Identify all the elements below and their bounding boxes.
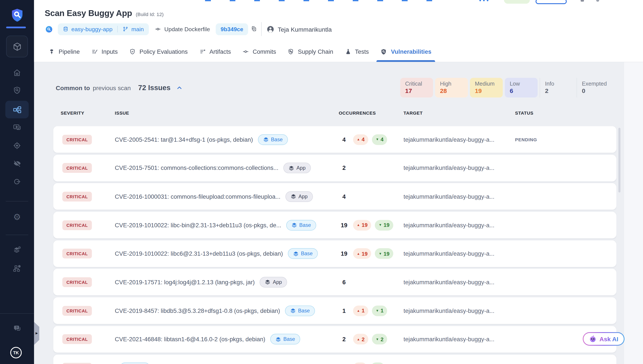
vulnerability-row[interactable]: CRITICALBase▲▼ <box>53 354 616 364</box>
vulnerability-row[interactable]: CRITICALCVE-2019-1010022: libc6@2.31-13+… <box>53 240 616 267</box>
target-text: tejakummarikuntla/easy-buggy-a... <box>403 136 515 143</box>
arrow-down-icon: ▼ <box>376 138 379 141</box>
down-count: 4 <box>380 136 383 142</box>
scope-badge-label: App <box>273 279 282 285</box>
severity-badge: CRITICAL <box>62 220 92 230</box>
column-header-occurrences: OCCURRENCES <box>339 110 403 116</box>
issue-cve-text: CVE-2019-17571: log4j:log4j@1.2.13 (lang… <box>115 279 255 285</box>
commit-message: Update Dockerfile <box>164 26 210 32</box>
vulnerability-row[interactable]: CRITICALCVE-2019-17571: log4j:log4j@1.2.… <box>53 269 616 296</box>
severity-badge: CRITICAL <box>62 192 92 201</box>
arrow-up-icon: ▲ <box>357 337 360 341</box>
vulnerability-rows: CRITICALCVE-2005-2541: tar@1.34+dfsg-1 (… <box>53 126 616 364</box>
layers-icon <box>290 308 296 314</box>
arrow-up-icon: ▲ <box>357 138 360 141</box>
table-header-row: SEVERITYISSUEOCCURRENCESTARGETSTATUS <box>53 110 616 116</box>
app-logo[interactable] <box>0 8 34 22</box>
tab-commits[interactable]: Commits <box>242 42 276 62</box>
tab-policy-evaluations[interactable]: Policy Evaluations <box>129 42 188 62</box>
resolved-occurrences-pill: ▼4 <box>372 134 387 145</box>
commit-icon <box>154 26 161 32</box>
sidebar-item-settings[interactable]: ⚙ <box>13 208 21 225</box>
tab-pipeline[interactable]: Pipeline <box>48 42 80 62</box>
severity-card-low[interactable]: Low6 <box>505 78 538 98</box>
tab-inputs[interactable]: Inputs <box>91 42 118 62</box>
severity-card-info[interactable]: Info2 <box>540 78 575 98</box>
tab-vulnerabilities[interactable]: Vulnerabilities <box>380 42 431 62</box>
severity-card-label: Critical <box>405 80 433 87</box>
sidebar-item-scans[interactable] <box>13 83 22 99</box>
sidebar-item-integration-settings[interactable] <box>13 261 22 277</box>
severity-card-value: 6 <box>510 87 538 94</box>
layers-icon <box>276 336 281 342</box>
summary-bar: Common to previous scan 72 Issues Critic… <box>56 78 611 98</box>
tab-tests[interactable]: Tests <box>345 42 369 62</box>
tab-artifacts[interactable]: Artifacts <box>199 42 231 62</box>
sidebar-item-product[interactable] <box>6 36 28 57</box>
ask-ai-label: Ask AI <box>599 336 618 342</box>
scope-badge-base: Base <box>288 248 318 259</box>
up-count: 19 <box>362 250 367 256</box>
user-avatar[interactable]: TK <box>10 347 22 358</box>
severity-card-high[interactable]: High28 <box>435 78 468 98</box>
sidebar-item-help[interactable]: ? <box>13 321 22 337</box>
severity-card-critical[interactable]: Critical17 <box>400 78 433 98</box>
sidebar-item-pipelines[interactable] <box>6 101 29 118</box>
database-icon <box>63 26 68 32</box>
sidebar-item-layer-settings[interactable] <box>13 242 22 259</box>
power-icon <box>13 178 22 186</box>
severity-card-value: 19 <box>475 87 503 94</box>
build-id: (Build Id: 12) <box>136 12 164 17</box>
sidebar-item-sessions[interactable] <box>13 174 22 190</box>
vulnerability-row[interactable]: CRITICALCVE-2015-7501: commons-collectio… <box>53 155 616 181</box>
commit-hash[interactable]: 9b349ce <box>216 23 248 35</box>
scope-badge-base: Base <box>286 220 316 230</box>
vulnerability-row[interactable]: CRITICALCVE-2005-2541: tar@1.34+dfsg-1 (… <box>53 126 616 153</box>
copy-icon <box>251 25 257 32</box>
ask-ai-button[interactable]: Ask AI <box>583 332 624 346</box>
scope-badge-label: Base <box>298 308 310 314</box>
resolved-occurrences-pill: ▼19 <box>375 220 393 230</box>
occurrences-count: 2 <box>339 336 349 342</box>
layers-icon <box>263 137 269 142</box>
sidebar-item-home[interactable] <box>13 65 22 82</box>
down-count: 19 <box>383 250 389 256</box>
vulnerability-row[interactable]: CRITICALCVE-2019-8457: libdb5.3@5.3.28+d… <box>53 298 616 324</box>
top-cutoff-icon[interactable] <box>581 0 584 2</box>
scope-badge-label: App <box>297 165 306 171</box>
top-cutoff-icon[interactable] <box>596 0 599 2</box>
issues-group-toggle[interactable]: Common to previous scan 72 Issues <box>56 84 182 92</box>
tab-supply-chain[interactable]: Supply Chain <box>288 42 333 62</box>
target-text: tejakummarikuntla/easy-buggy-a... <box>403 165 515 171</box>
sidebar-divider <box>6 201 28 202</box>
chevron-up-icon[interactable] <box>176 84 182 90</box>
sidebar-item-hidden-findings[interactable] <box>13 156 22 172</box>
occurrences-count: 6 <box>339 279 349 285</box>
inputs-filter-icon <box>91 48 98 55</box>
commit-icon <box>242 48 249 55</box>
scrollbar-thumb[interactable] <box>618 128 620 192</box>
branch-link[interactable]: main <box>131 26 144 32</box>
sidebar-item-runs[interactable] <box>13 120 22 136</box>
new-occurrences-pill: ▲2 <box>353 334 368 344</box>
issue-cve-text: CVE-2019-1010022: libc6@2.31-13+deb11u3 … <box>115 250 283 257</box>
sidebar-item-targets[interactable] <box>13 138 22 154</box>
scope-badge-app: App <box>283 163 311 173</box>
scope-badge-label: Base <box>271 136 283 142</box>
severity-cards: Critical17High28Medium19Low6Info2Exempte… <box>400 78 611 98</box>
vulnerability-row[interactable]: CRITICALCVE-2016-1000031: commons-fileup… <box>53 183 616 210</box>
severity-card-medium[interactable]: Medium19 <box>470 78 503 98</box>
vertical-divider <box>261 22 262 36</box>
top-cutoff-status-pill[interactable] <box>504 0 530 4</box>
up-count: 19 <box>362 222 367 228</box>
copy-button[interactable] <box>251 25 257 33</box>
new-occurrences-pill: ▲4 <box>353 134 368 145</box>
top-cutoff-button[interactable] <box>536 0 567 4</box>
vulnerability-row[interactable]: CRITICALCVE-2021-46848: libtasn1-6@4.16.… <box>53 326 616 352</box>
severity-badge: CRITICAL <box>62 249 92 258</box>
repo-link[interactable]: easy-buggy-app <box>71 26 113 32</box>
severity-card-exempted[interactable]: Exempted0 <box>577 78 611 98</box>
vulnerability-row[interactable]: CRITICALCVE-2019-1010022: libc-bin@2.31-… <box>53 212 616 238</box>
target-icon <box>13 141 22 150</box>
severity-card-value: 28 <box>440 87 468 94</box>
